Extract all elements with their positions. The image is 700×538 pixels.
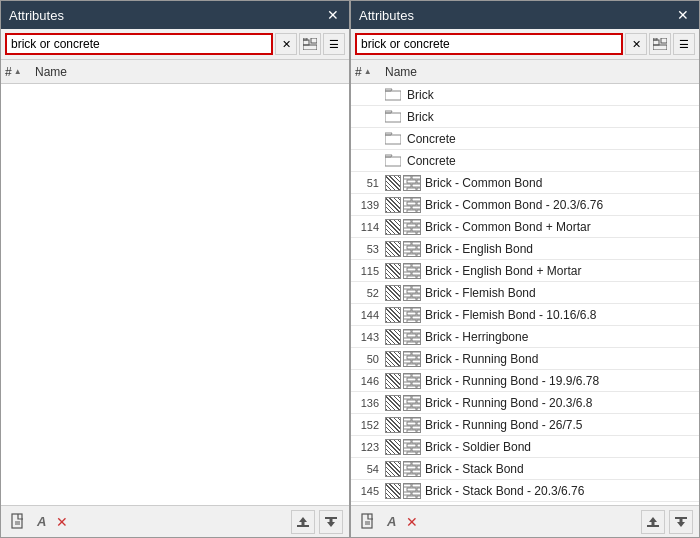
svg-rect-42 [407,224,416,227]
hatch-icon-2 [403,461,421,477]
svg-rect-87 [404,308,411,311]
hatch-icon-2 [403,483,421,499]
left-export-button[interactable] [319,510,343,534]
svg-rect-109 [417,342,421,345]
right-edit-button[interactable]: A [385,512,398,531]
list-item[interactable]: 143 Brick - Herringbone [351,326,699,348]
item-num: 53 [355,243,385,255]
hatch-icon-2 [403,351,421,367]
list-item[interactable]: Brick [351,106,699,128]
right-delete-button[interactable]: ✕ [404,512,420,532]
svg-rect-67 [417,268,421,271]
right-panel-footer: A ✕ [351,505,699,537]
right-footer-left: A ✕ [357,511,420,533]
svg-rect-4 [12,514,22,528]
list-item[interactable]: 144 Brick - Flemish Bond - 10.16/6.8 [351,304,699,326]
item-num: 146 [355,375,385,387]
list-item[interactable]: 52 Brick - Flemish Bond [351,282,699,304]
list-item[interactable]: 50 Brick - Running Bond [351,348,699,370]
item-name: Brick - English Bond [425,242,695,256]
left-panel-header: Attributes ✕ [1,1,349,29]
item-name: Brick - Stack Bond [425,462,695,476]
svg-rect-15 [404,176,411,179]
left-panel-close-button[interactable]: ✕ [325,8,341,22]
left-import-button[interactable] [291,510,315,534]
left-list-container[interactable] [1,84,349,505]
svg-rect-103 [417,334,421,337]
svg-rect-142 [412,404,421,407]
left-search-input[interactable] [5,33,273,55]
item-name: Brick - Running Bond - 20.3/6.8 [425,396,695,410]
right-list-container[interactable]: Brick Brick Concrete [351,84,699,505]
hatch-icon-1 [385,175,401,191]
svg-rect-33 [404,206,411,209]
list-item[interactable]: 136 Brick - Running Bond - 20.3/6.8 [351,392,699,414]
list-item[interactable]: 114 Brick - Common Bond + Mortar [351,216,699,238]
svg-rect-73 [417,276,421,279]
svg-rect-147 [404,418,411,421]
item-name: Brick - Herringbone [425,330,695,344]
hatch-icon-1 [385,329,401,345]
svg-rect-168 [407,452,416,455]
svg-rect-84 [407,298,416,301]
item-num: 123 [355,441,385,453]
list-item[interactable]: 123 Brick - Soldier Bond [351,436,699,458]
item-num: 152 [355,419,385,431]
svg-rect-111 [404,352,411,355]
left-delete-button[interactable]: ✕ [54,512,70,532]
hatch-icon-1 [385,483,401,499]
left-list-view-button[interactable]: ☰ [323,33,345,55]
svg-rect-82 [412,294,421,297]
list-item[interactable]: 139 Brick - Common Bond - 20.3/6.76 [351,194,699,216]
svg-rect-7 [297,525,309,527]
svg-rect-222 [647,525,659,527]
right-sort-arrow: ▲ [364,67,372,76]
right-panel-close-button[interactable]: ✕ [675,8,691,22]
item-num: 50 [355,353,385,365]
svg-rect-153 [404,426,411,429]
right-new-button[interactable] [357,511,379,533]
left-search-clear-button[interactable]: ✕ [275,33,297,55]
hatch-icon-2 [403,241,421,257]
list-item[interactable]: 51 Brick - Common Bond [351,172,699,194]
right-list-view-button[interactable]: ☰ [673,33,695,55]
left-edit-button[interactable]: A [35,512,48,531]
list-item[interactable]: 53 Brick - English Bond [351,238,699,260]
hatch-icon-1 [385,241,401,257]
list-item[interactable]: 152 Brick - Running Bond - 26/7.5 [351,414,699,436]
svg-rect-112 [412,352,421,355]
left-folder-view-button[interactable] [299,33,321,55]
svg-rect-52 [412,242,421,245]
list-item[interactable]: 54 Brick - Stack Bond [351,458,699,480]
svg-rect-55 [417,246,421,249]
list-item[interactable]: 145 Brick - Stack Bond - 20.3/6.76 [351,480,699,502]
svg-rect-72 [407,276,416,279]
item-name: Concrete [407,154,456,168]
hatch-icon-1 [385,307,401,323]
hatch-icon-2 [403,329,421,345]
hatch-icon-1 [385,395,401,411]
list-item[interactable]: 146 Brick - Running Bond - 19.9/6.78 [351,370,699,392]
svg-rect-64 [412,264,421,267]
item-num: 143 [355,331,385,343]
list-item[interactable]: 115 Brick - English Bond + Mortar [351,260,699,282]
svg-rect-190 [412,492,421,495]
item-num: 54 [355,463,385,475]
item-num: 139 [355,199,385,211]
svg-rect-102 [407,334,416,337]
item-name: Brick - Flemish Bond - 10.16/6.8 [425,308,695,322]
right-folder-view-button[interactable] [649,33,671,55]
list-item[interactable]: Brick [351,84,699,106]
svg-rect-27 [404,198,411,201]
left-new-button[interactable] [7,511,29,533]
list-item[interactable]: Concrete [351,150,699,172]
right-export-button[interactable] [669,510,693,534]
svg-rect-130 [412,382,421,385]
svg-rect-114 [407,356,416,359]
right-search-clear-button[interactable]: ✕ [625,33,647,55]
svg-rect-180 [407,474,416,477]
svg-rect-124 [412,374,421,377]
right-search-input[interactable] [355,33,623,55]
right-import-button[interactable] [641,510,665,534]
list-item[interactable]: Concrete [351,128,699,150]
